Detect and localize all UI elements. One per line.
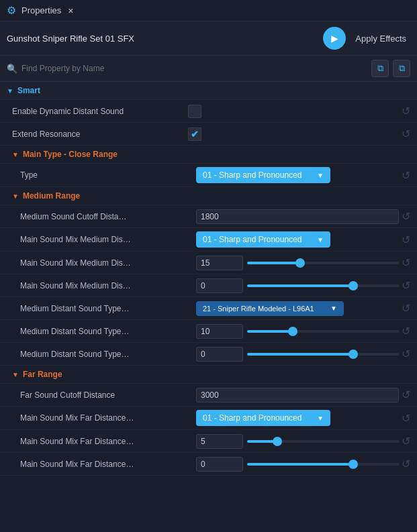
paste-button[interactable]: ⧉ (393, 60, 410, 77)
smart-section-label: Smart (17, 86, 40, 95)
medium-distant-sound-type-slider2-reset[interactable]: ↺ (402, 348, 410, 360)
slider2-fill (247, 284, 353, 287)
medium-distant-sound-type-slider2-label: Medium Distant Sound Type… (20, 350, 196, 359)
medium-cutoff-label: Medium Sound Cutoff Dista… (20, 212, 196, 221)
main-sound-mix-far-slider2-reset[interactable]: ↺ (402, 458, 410, 470)
medium-distant-sound-type-slider2-row: Medium Distant Sound Type… ↺ (0, 343, 417, 366)
slider4-fill (247, 353, 353, 356)
slider5-thumb[interactable] (273, 437, 282, 446)
main-sound-mix-medium-slider1[interactable] (247, 256, 399, 270)
enable-dynamic-value (188, 105, 399, 118)
main-sound-mix-far-slider2-label: Main Sound Mix Far Distance… (20, 460, 196, 469)
main-sound-mix-medium-dropdown-row: Main Sound Mix Medium Dis… 01 - Sharp an… (0, 228, 417, 252)
enable-dynamic-distant-row: Enable Dynamic Distant Sound ↺ (0, 100, 417, 123)
close-button[interactable]: × (68, 5, 73, 16)
slider2-thumb[interactable] (349, 281, 358, 290)
enable-dynamic-reset[interactable]: ↺ (402, 105, 410, 117)
main-sound-mix-medium-slider1-input[interactable] (196, 256, 243, 270)
medium-distant-sound-type-slider1-reset[interactable]: ↺ (402, 325, 410, 337)
slider3-track (247, 330, 399, 333)
title-bar-label: Properties (21, 5, 61, 15)
far-range-label: Far Range (23, 370, 62, 379)
play-button[interactable]: ▶ (323, 27, 346, 50)
far-range-chevron-icon: ▼ (12, 371, 19, 378)
apply-effects-button[interactable]: Apply Effects (351, 31, 410, 46)
extend-resonance-reset[interactable]: ↺ (402, 127, 410, 140)
type-dropdown[interactable]: 01 - Sharp and Pronounced ▼ (196, 167, 330, 183)
medium-distant-sound-type-dropdown-text: 21 - Sniper Rifle Modeled - L96A1 (203, 305, 314, 313)
extend-resonance-row: Extend Resonance ✔ ↺ (0, 123, 417, 146)
main-sound-mix-far-slider1-label: Main Sound Mix Far Distance… (20, 437, 196, 446)
far-cutoff-reset[interactable]: ↺ (402, 388, 410, 401)
medium-cutoff-reset[interactable]: ↺ (402, 210, 410, 223)
medium-cutoff-input[interactable] (196, 209, 399, 224)
main-sound-mix-medium-slider1-reset[interactable]: ↺ (402, 256, 410, 269)
medium-distant-sound-type-slider2[interactable] (247, 348, 399, 361)
search-input[interactable] (21, 64, 367, 73)
main-sound-mix-far-slider2-row: Main Sound Mix Far Distance… ↺ (0, 453, 417, 476)
enable-dynamic-checkbox[interactable] (188, 105, 201, 118)
main-sound-mix-far-dropdown-label: Main Sound Mix Far Distance… (20, 413, 196, 423)
main-sound-mix-medium-slider2-reset[interactable]: ↺ (402, 279, 410, 292)
slider3-thumb[interactable] (288, 327, 297, 336)
far-cutoff-input[interactable] (196, 388, 399, 403)
copy-button[interactable]: ⧉ (371, 60, 389, 77)
search-row: 🔍 ⧉ ⧉ (0, 56, 417, 82)
smart-section-header[interactable]: ▼ Smart (0, 82, 417, 100)
extend-resonance-checkbox[interactable]: ✔ (188, 127, 201, 141)
main-sound-mix-far-slider2-input[interactable] (196, 457, 243, 472)
main-sound-mix-medium-dropdown[interactable]: 01 - Sharp and Pronounced ▼ (196, 231, 330, 248)
main-sound-mix-medium-dropdown-text: 01 - Sharp and Pronounced (203, 235, 302, 244)
slider5-track (247, 440, 399, 443)
medium-cutoff-value (196, 209, 399, 224)
slider6-thumb[interactable] (349, 460, 358, 469)
far-cutoff-label: Far Sound Cutoff Distance (20, 390, 196, 400)
medium-distant-sound-type-slider2-input[interactable] (196, 347, 243, 362)
main-type-close-range-header[interactable]: ▼ Main Type - Close Range (0, 146, 417, 164)
main-sound-mix-medium-slider2[interactable] (247, 279, 399, 292)
main-sound-mix-medium-dropdown-value: 01 - Sharp and Pronounced ▼ (196, 231, 399, 248)
main-sound-mix-medium-slider2-label: Main Sound Mix Medium Dis… (20, 281, 196, 290)
medium-distant-sound-type-dropdown-reset[interactable]: ↺ (402, 302, 410, 315)
slider4-track (247, 353, 399, 356)
title-bar: ⚙ Properties × (0, 0, 417, 21)
far-range-header[interactable]: ▼ Far Range (0, 366, 417, 384)
main-sound-mix-far-dropdown[interactable]: 01 - Sharp and Pronounced ▼ (196, 410, 330, 426)
medium-distant-sound-type-dropdown-label: Medium Distant Sound Type… (20, 304, 196, 313)
medium-range-header[interactable]: ▼ Medium Range (0, 187, 417, 205)
type-label: Type (20, 170, 196, 180)
main-sound-mix-far-slider1-input[interactable] (196, 434, 243, 449)
main-sound-mix-far-dropdown-text: 01 - Sharp and Pronounced (203, 413, 302, 423)
main-sound-mix-medium-dropdown-arrow-icon: ▼ (317, 236, 324, 244)
main-sound-mix-far-dropdown-reset[interactable]: ↺ (402, 412, 410, 425)
medium-cutoff-row: Medium Sound Cutoff Dista… ↺ (0, 205, 417, 228)
header-row: Gunshot Sniper Rifle Set 01 SFX ▶ Apply … (0, 21, 417, 56)
smart-chevron-icon: ▼ (7, 87, 13, 95)
checkmark-icon: ✔ (191, 129, 199, 140)
main-sound-mix-far-slider2[interactable] (247, 458, 399, 471)
main-sound-mix-medium-slider2-input[interactable] (196, 278, 243, 293)
type-dropdown-value: 01 - Sharp and Pronounced (203, 170, 302, 180)
type-value: 01 - Sharp and Pronounced ▼ (196, 167, 399, 183)
medium-distant-sound-type-dropdown-row: Medium Distant Sound Type… 21 - Sniper R… (0, 297, 417, 320)
main-sound-mix-far-slider1-reset[interactable]: ↺ (402, 435, 410, 447)
main-sound-mix-far-slider1-value (196, 434, 399, 449)
medium-range-chevron-icon: ▼ (12, 193, 19, 200)
medium-distant-sound-type-slider1-label: Medium Distant Sound Type… (20, 327, 196, 336)
medium-distant-sound-type-slider1-input[interactable] (196, 324, 243, 339)
medium-distant-sound-type-dropdown-arrow-icon: ▼ (330, 305, 337, 312)
main-sound-mix-medium-dropdown-label: Main Sound Mix Medium Dis… (20, 235, 196, 244)
medium-distant-sound-type-slider2-value (196, 347, 399, 362)
slider4-thumb[interactable] (349, 350, 358, 359)
main-sound-mix-far-slider1[interactable] (247, 435, 399, 448)
type-reset[interactable]: ↺ (402, 169, 410, 182)
slider1-thumb[interactable] (295, 258, 305, 268)
medium-distant-sound-type-slider1[interactable] (247, 325, 399, 338)
medium-distant-sound-type-dropdown[interactable]: 21 - Sniper Rifle Modeled - L96A1 ▼ (196, 301, 344, 316)
slider1-fill (247, 262, 300, 264)
sound-name-label: Gunshot Sniper Rifle Set 01 SFX (7, 34, 318, 44)
medium-distant-sound-type-slider1-row: Medium Distant Sound Type… ↺ (0, 320, 417, 343)
slider2-track (247, 284, 399, 287)
search-icon: 🔍 (7, 64, 17, 74)
main-sound-mix-medium-dropdown-reset[interactable]: ↺ (402, 233, 410, 246)
